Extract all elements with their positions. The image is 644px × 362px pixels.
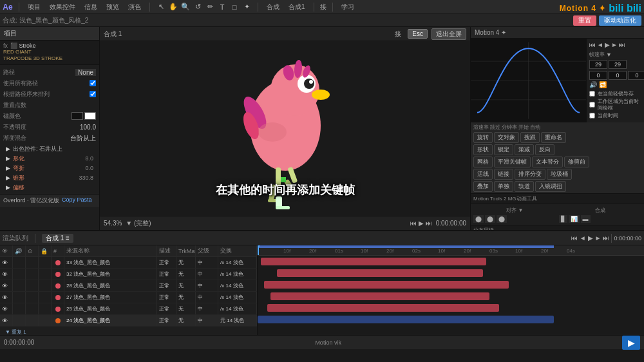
- play-btn-icon[interactable]: ▶: [605, 41, 610, 48]
- link-tab[interactable]: 链接: [494, 169, 513, 180]
- audio-toggle3[interactable]: [13, 280, 26, 291]
- lock-toggle5[interactable]: [39, 303, 52, 314]
- rotate-tab[interactable]: 旋转: [473, 132, 493, 143]
- color-swatch-light[interactable]: [84, 112, 96, 120]
- menu-composite[interactable]: 合成: [264, 3, 282, 12]
- timeline-bar-4[interactable]: [270, 292, 489, 300]
- solo-toggle[interactable]: [26, 257, 39, 268]
- overlay-tab[interactable]: 叠加: [473, 181, 493, 192]
- layer-switches2[interactable]: /x 14 浅色: [218, 269, 257, 280]
- reduce-tab[interactable]: 策减: [515, 144, 534, 155]
- layer-parent2[interactable]: 中: [196, 269, 218, 280]
- layer-mode5[interactable]: 正常: [157, 303, 176, 314]
- bilibili-play-button[interactable]: ▶: [622, 336, 640, 350]
- menu-edit[interactable]: 接: [320, 3, 327, 12]
- tl-prev-icon[interactable]: ⏮: [571, 234, 578, 242]
- hand-icon[interactable]: ✋: [168, 2, 178, 12]
- opacity-value[interactable]: 100.0: [80, 124, 96, 131]
- sort-checkbox[interactable]: [90, 91, 96, 97]
- shape-tab[interactable]: 形状: [473, 144, 493, 155]
- layer-switches3[interactable]: /x 14 浅色: [218, 280, 257, 291]
- use-all-checkbox[interactable]: [90, 80, 96, 86]
- solo-toggle4[interactable]: [26, 292, 39, 303]
- align-center-icon[interactable]: ⬤: [485, 215, 495, 223]
- layer-name5[interactable]: 25 浅色_黑色_颜色: [64, 303, 157, 314]
- lock-tab[interactable]: 锁定: [494, 144, 513, 155]
- select-icon[interactable]: ↖: [156, 2, 166, 12]
- preview-canvas[interactable]: 在其他的时间再添加关键帧: [100, 41, 470, 216]
- layer-name6[interactable]: 24 浅色_黑色_颜色: [64, 315, 157, 326]
- rotate-icon[interactable]: ↺: [193, 2, 203, 12]
- esc-button[interactable]: Esc: [408, 29, 428, 39]
- layer-switches6[interactable]: 元 14 浅色: [218, 315, 257, 326]
- frame-input-2[interactable]: [609, 60, 627, 69]
- lock-toggle3[interactable]: [39, 280, 52, 291]
- tl-play-icon[interactable]: ▶: [588, 234, 593, 242]
- layer-switches4[interactable]: /x 14 浅色: [218, 292, 257, 303]
- end-icon[interactable]: ⏭: [619, 41, 625, 48]
- trim-tab[interactable]: 修剪前: [564, 157, 589, 167]
- workarea-cb[interactable]: [589, 102, 595, 108]
- layer-name2[interactable]: 32 浅色_黑色_颜色: [64, 269, 157, 280]
- item-color-control[interactable]: ▶出色控件: 石井从上: [3, 144, 96, 154]
- drive-button[interactable]: 驱动动压化: [599, 15, 641, 26]
- camera-tab[interactable]: 入镜调扭: [535, 181, 566, 192]
- color-swatch-dark[interactable]: [71, 112, 83, 120]
- prev-frame-icon[interactable]: ⏮: [410, 220, 417, 227]
- audio-toggle6[interactable]: [13, 315, 26, 326]
- audio-toggle5[interactable]: [13, 303, 26, 314]
- timeline-bar-5[interactable]: [267, 304, 499, 312]
- next-icon[interactable]: ►: [611, 41, 618, 48]
- shape-icon[interactable]: □: [229, 2, 240, 12]
- audio-toggle4[interactable]: [13, 292, 26, 303]
- compose-more-icon[interactable]: ▬: [581, 215, 591, 223]
- next-frame-icon[interactable]: ⏭: [426, 220, 432, 227]
- eye-toggle3[interactable]: 👁: [0, 280, 13, 291]
- timeline-bar-3[interactable]: [264, 281, 509, 289]
- item-bend[interactable]: ▶弯折0.0: [3, 164, 96, 173]
- layer-mat5[interactable]: 无: [176, 303, 196, 314]
- z-field[interactable]: [628, 71, 644, 80]
- track-tab[interactable]: 搜跟: [520, 132, 540, 143]
- lock-toggle4[interactable]: [39, 292, 52, 303]
- layer-mode3[interactable]: 正常: [157, 280, 176, 291]
- reverse-tab[interactable]: 反向: [535, 144, 554, 155]
- rename-tab[interactable]: 重命名: [541, 132, 566, 143]
- tl-back-icon[interactable]: ◄: [580, 234, 586, 242]
- solo-toggle5[interactable]: [26, 303, 39, 314]
- audio-toggle2[interactable]: [13, 269, 26, 280]
- zoom-display[interactable]: 54.3%: [104, 220, 122, 227]
- layer-name3[interactable]: 28 浅色_黑色_颜色: [64, 280, 157, 291]
- menu-item-effects[interactable]: 效果控件: [47, 3, 78, 12]
- eye-toggle5[interactable]: 👁: [0, 303, 13, 314]
- solo-toggle3[interactable]: [26, 280, 39, 291]
- item-transform[interactable]: ▶形化8.0: [3, 154, 96, 164]
- start-icon[interactable]: ⏮: [589, 41, 596, 48]
- layer-parent6[interactable]: 中: [196, 315, 218, 326]
- menu-item-preview[interactable]: 预览: [104, 3, 122, 12]
- smooth-tab[interactable]: 平滑关键帧: [494, 157, 531, 167]
- grid-tab[interactable]: 网格: [473, 157, 493, 167]
- layer-parent[interactable]: 中: [196, 257, 218, 268]
- zoom-icon[interactable]: 🔍: [180, 2, 191, 12]
- active-line-tab[interactable]: 活线: [473, 169, 493, 180]
- blend-value[interactable]: 台阶从上: [70, 134, 96, 143]
- solo-toggle2[interactable]: [26, 269, 39, 280]
- exit-fullscreen-button[interactable]: 退出全屏: [431, 28, 466, 40]
- text-icon[interactable]: T: [217, 2, 227, 12]
- layer-parent4[interactable]: 中: [196, 292, 218, 303]
- item-taper[interactable]: ▶锥形330.8: [3, 173, 96, 183]
- copy-pasta-label[interactable]: Copy Pasta: [62, 196, 92, 205]
- trash-tab[interactable]: 垃圾桶: [547, 169, 572, 180]
- comp-tab-label[interactable]: 合成 1 ≡: [42, 234, 73, 243]
- pen-icon[interactable]: ✏: [205, 2, 215, 12]
- tl-fwd-icon[interactable]: ►: [595, 234, 601, 242]
- text-tab[interactable]: 文本替分: [532, 157, 563, 167]
- quality-display[interactable]: ▼ (完整): [126, 219, 151, 228]
- align-left-icon[interactable]: ⬤: [473, 215, 484, 223]
- layer-parent3[interactable]: 中: [196, 280, 218, 291]
- lock-toggle[interactable]: [39, 257, 52, 268]
- audio-icon[interactable]: 🔊: [589, 81, 597, 88]
- compose-bar-icon[interactable]: ▊: [559, 215, 567, 223]
- timeline-bar-6[interactable]: [258, 316, 554, 323]
